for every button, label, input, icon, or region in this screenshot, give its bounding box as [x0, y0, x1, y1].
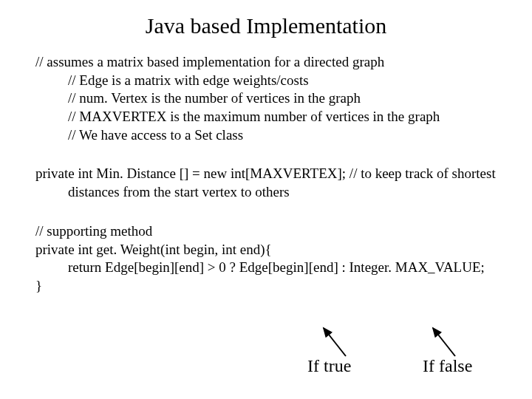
code-line: }	[35, 277, 497, 296]
slide-title: Java based Implementation	[35, 0, 497, 53]
svg-line-0	[324, 328, 346, 356]
label-if-false: If false	[423, 356, 472, 376]
method-block: // supporting method private int get. We…	[35, 222, 497, 296]
code-line: private int get. Weight(int begin, int e…	[35, 241, 497, 259]
arrow-false-icon	[426, 324, 470, 361]
comments-block: // assumes a matrix based implementation…	[35, 53, 497, 144]
comment-line: // num. Vertex is the number of vertices…	[35, 89, 497, 108]
comment-line: // We have access to a Set class	[35, 126, 497, 145]
code-line: return Edge[begin][end] > 0 ? Edge[begin…	[35, 259, 497, 277]
comment-line: // assumes a matrix based implementation…	[35, 53, 497, 72]
code-line: private int Min. Distance [] = new int[M…	[35, 165, 497, 201]
label-if-true: If true	[307, 356, 351, 376]
comment-line: // MAXVERTEX is the maximum number of ve…	[35, 108, 497, 126]
comment-line: // Edge is a matrix with edge weights/co…	[35, 72, 497, 90]
declaration-block: private int Min. Distance [] = new int[M…	[35, 165, 497, 201]
comment-line: // supporting method	[35, 222, 497, 241]
svg-line-1	[433, 328, 455, 356]
arrow-true-icon	[318, 324, 362, 361]
slide: Java based Implementation // assumes a m…	[0, 0, 532, 399]
